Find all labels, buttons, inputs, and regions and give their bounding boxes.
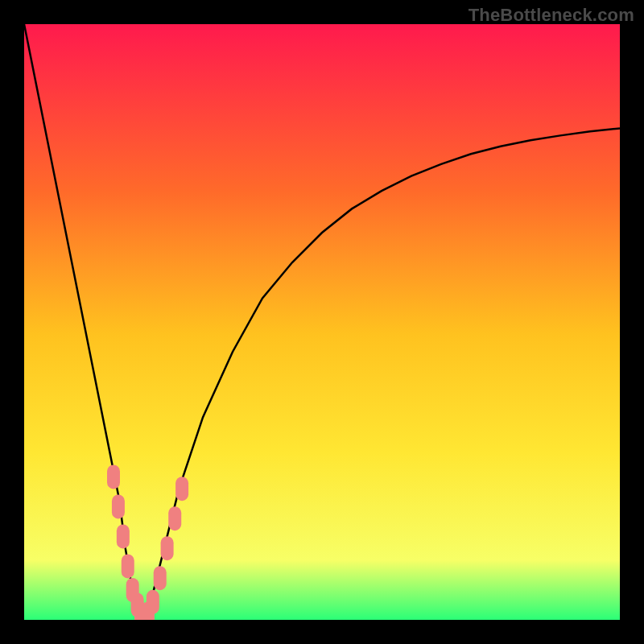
curve-marker — [107, 464, 120, 489]
gradient-background — [24, 24, 620, 620]
curve-marker — [147, 590, 159, 614]
plot-svg — [24, 24, 620, 620]
curve-marker — [168, 506, 181, 530]
watermark-text: TheBottleneck.com — [469, 5, 634, 26]
chart-frame: TheBottleneck.com — [0, 0, 644, 644]
curve-marker — [122, 554, 134, 578]
curve-marker — [112, 494, 125, 518]
curve-marker — [161, 536, 174, 560]
curve-marker — [117, 524, 130, 548]
curve-marker — [175, 477, 188, 501]
plot-area — [24, 24, 620, 620]
curve-marker — [154, 566, 167, 590]
